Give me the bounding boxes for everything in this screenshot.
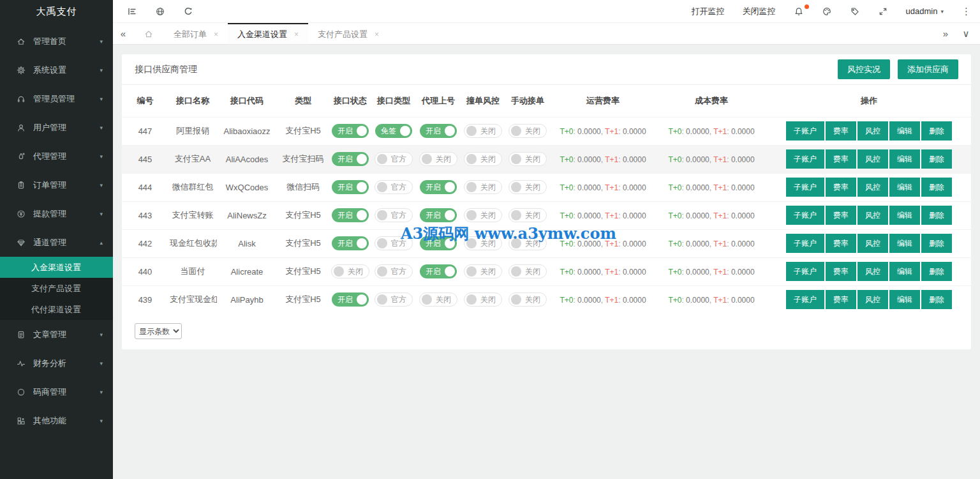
toggle-switch[interactable]: 关闭	[464, 180, 502, 194]
toggle-switch[interactable]: 关闭	[509, 152, 547, 166]
rate-button[interactable]: 费率	[826, 206, 856, 225]
edit-button[interactable]: 编辑	[889, 206, 920, 225]
toggle-switch[interactable]: 关闭	[419, 152, 457, 166]
delete-button[interactable]: 删除	[921, 262, 952, 281]
risk-button[interactable]: 风控	[858, 206, 888, 225]
rate-button[interactable]: 费率	[826, 149, 856, 169]
delete-button[interactable]: 删除	[921, 121, 952, 141]
tag-icon[interactable]	[850, 6, 860, 17]
subaccount-button[interactable]: 子账户	[786, 290, 824, 309]
toggle-switch[interactable]: 开启	[420, 124, 457, 138]
edit-button[interactable]: 编辑	[889, 149, 920, 169]
toggle-switch[interactable]: 关闭	[419, 293, 457, 307]
subaccount-button[interactable]: 子账户	[786, 262, 824, 281]
sidebar-item-3[interactable]: 用户管理▾	[0, 113, 113, 142]
sidebar-item-7[interactable]: 通道管理▴	[0, 228, 113, 257]
sidebar-item-5[interactable]: 订单管理▾	[0, 171, 113, 199]
toggle-switch[interactable]: 关闭	[331, 264, 369, 278]
toggle-switch[interactable]: 开启	[332, 124, 369, 138]
toggle-switch[interactable]: 开启	[420, 180, 457, 194]
sidebar-item-6[interactable]: 提款管理▾	[0, 199, 113, 228]
toggle-switch[interactable]: 官方	[375, 264, 413, 278]
globe-icon[interactable]	[146, 6, 174, 17]
toggle-switch[interactable]: 开启	[420, 236, 457, 250]
toggle-switch[interactable]: 开启	[420, 264, 457, 278]
edit-button[interactable]: 编辑	[889, 121, 920, 141]
subaccount-button[interactable]: 子账户	[786, 234, 824, 253]
toggle-switch[interactable]: 关闭	[464, 208, 502, 222]
subaccount-button[interactable]: 子账户	[786, 121, 824, 141]
toggle-switch[interactable]: 关闭	[464, 124, 502, 138]
delete-button[interactable]: 删除	[921, 149, 952, 169]
toggle-switch[interactable]: 开启	[420, 208, 457, 222]
sidebar-item-8[interactable]: 文章管理▾	[0, 320, 113, 349]
rate-button[interactable]: 费率	[826, 290, 856, 309]
sidebar-item-0[interactable]: 管理首页▾	[0, 27, 113, 56]
sidebar-item-10[interactable]: 码商管理▾	[0, 377, 113, 406]
home-tab[interactable]	[133, 23, 164, 44]
risk-button[interactable]: 风控	[858, 121, 888, 141]
tab-0[interactable]: 全部订单×	[164, 23, 228, 44]
rate-button[interactable]: 费率	[826, 178, 856, 197]
kebab-menu-icon[interactable]: ⋮	[961, 6, 971, 17]
toggle-switch[interactable]: 开启	[332, 293, 369, 307]
toggle-switch[interactable]: 开启	[332, 152, 369, 166]
sidebar-item-2[interactable]: 管理员管理▾	[0, 84, 113, 113]
delete-button[interactable]: 删除	[921, 290, 952, 309]
subaccount-button[interactable]: 子账户	[786, 149, 824, 169]
edit-button[interactable]: 编辑	[889, 178, 920, 197]
tabs-scroll-right[interactable]: »	[935, 23, 956, 44]
toggle-switch[interactable]: 开启	[332, 236, 369, 250]
page-size-select[interactable]: 显示条数	[135, 323, 182, 339]
notifications-bell-icon[interactable]	[794, 6, 804, 17]
toggle-switch[interactable]: 关闭	[464, 152, 502, 166]
risk-button[interactable]: 风控	[858, 234, 888, 253]
subaccount-button[interactable]: 子账户	[786, 178, 824, 197]
toggle-switch[interactable]: 关闭	[509, 180, 547, 194]
sidebar-subitem-2[interactable]: 代付渠道设置	[0, 299, 113, 320]
toggle-switch[interactable]: 开启	[332, 180, 369, 194]
risk-button[interactable]: 风控	[858, 290, 888, 309]
delete-button[interactable]: 删除	[921, 234, 952, 253]
edit-button[interactable]: 编辑	[889, 234, 920, 253]
toggle-switch[interactable]: 关闭	[509, 208, 547, 222]
risk-button[interactable]: 风控	[858, 149, 888, 169]
sidebar-item-1[interactable]: 系统设置▾	[0, 56, 113, 84]
sidebar-item-9[interactable]: 财务分析▾	[0, 349, 113, 377]
toggle-switch[interactable]: 官方	[375, 293, 413, 307]
toggle-switch[interactable]: 免签	[375, 124, 412, 138]
toggle-switch[interactable]: 关闭	[509, 293, 547, 307]
delete-button[interactable]: 删除	[921, 206, 952, 225]
rate-button[interactable]: 费率	[826, 234, 856, 253]
toggle-switch[interactable]: 关闭	[464, 264, 502, 278]
toggle-switch[interactable]: 开启	[332, 208, 369, 222]
sidebar-item-11[interactable]: 其他功能▾	[0, 406, 113, 435]
theme-palette-icon[interactable]	[822, 6, 832, 17]
toggle-switch[interactable]: 关闭	[509, 124, 547, 138]
tab-close-icon[interactable]: ×	[294, 30, 299, 39]
tabs-scroll-left[interactable]: «	[113, 23, 133, 44]
toggle-switch[interactable]: 关闭	[464, 236, 502, 250]
toggle-switch[interactable]: 官方	[375, 208, 413, 222]
tab-close-icon[interactable]: ×	[214, 30, 218, 39]
subaccount-button[interactable]: 子账户	[786, 206, 824, 225]
close-monitor-button[interactable]: 关闭监控	[743, 6, 776, 17]
toggle-switch[interactable]: 关闭	[464, 293, 502, 307]
toggle-switch[interactable]: 关闭	[509, 264, 547, 278]
tab-2[interactable]: 支付产品设置×	[308, 23, 389, 44]
refresh-icon[interactable]	[174, 6, 202, 17]
toggle-switch[interactable]: 官方	[375, 180, 413, 194]
open-monitor-button[interactable]: 打开监控	[692, 6, 725, 17]
toggle-switch[interactable]: 官方	[375, 236, 413, 250]
rate-button[interactable]: 费率	[826, 121, 856, 141]
edit-button[interactable]: 编辑	[889, 262, 920, 281]
sidebar-item-4[interactable]: 代理管理▾	[0, 142, 113, 171]
tabs-menu-chevron[interactable]: ∨	[956, 23, 976, 44]
sidebar-subitem-0[interactable]: 入金渠道设置	[0, 257, 113, 278]
add-supplier-button[interactable]: 添加供应商	[898, 59, 958, 79]
risk-button[interactable]: 风控	[858, 178, 888, 197]
collapse-sidebar-icon[interactable]	[118, 6, 146, 17]
risk-live-button[interactable]: 风控实况	[838, 59, 890, 79]
toggle-switch[interactable]: 官方	[375, 152, 413, 166]
risk-button[interactable]: 风控	[858, 262, 888, 281]
